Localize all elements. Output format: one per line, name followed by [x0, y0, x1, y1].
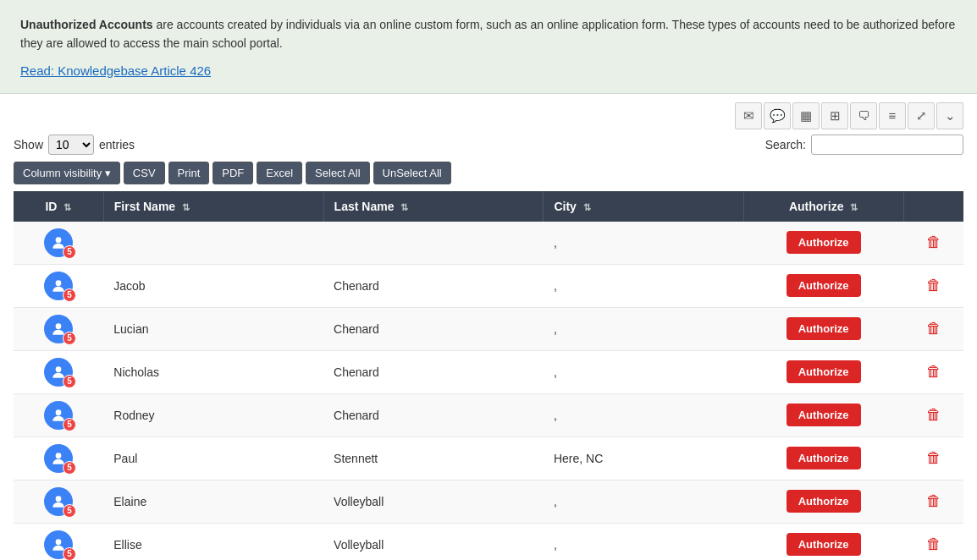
- cell-authorize: Authorize: [743, 222, 903, 265]
- table-row: 5 PaulStennettHere, NCAuthorize🗑: [14, 436, 963, 480]
- sort-arrows-lastname: ⇅: [400, 202, 408, 212]
- cell-firstname: Elaine: [103, 480, 323, 523]
- cell-lastname: Chenard: [323, 264, 544, 307]
- authorize-button[interactable]: Authorize: [787, 360, 861, 383]
- svg-point-3: [56, 366, 62, 372]
- cell-city: ,: [544, 350, 743, 393]
- cell-authorize: Authorize: [743, 307, 903, 350]
- delete-button[interactable]: 🗑: [919, 532, 948, 557]
- column-visibility-button[interactable]: Column visibility ▾: [14, 162, 120, 184]
- cell-id: 5: [14, 436, 103, 480]
- accounts-table: ID ⇅ First Name ⇅ Last Name ⇅ City ⇅ Aut…: [14, 191, 963, 560]
- list-icon-btn[interactable]: ≡: [879, 102, 906, 129]
- cell-authorize: Authorize: [743, 264, 903, 307]
- info-banner: Unauthorized Accounts are accounts creat…: [0, 0, 977, 94]
- cell-id: 5: [14, 393, 103, 436]
- delete-button[interactable]: 🗑: [919, 446, 948, 470]
- col-header-lastname[interactable]: Last Name ⇅: [323, 191, 544, 222]
- select-all-button[interactable]: Select All: [306, 162, 369, 184]
- entries-select[interactable]: 10 25 50 100: [48, 135, 94, 155]
- avatar: 5: [44, 272, 73, 300]
- authorize-button[interactable]: Authorize: [787, 447, 861, 469]
- cell-lastname: Volleyball: [323, 523, 544, 560]
- avatar-badge: 5: [63, 547, 76, 560]
- cell-id: 5: [14, 523, 103, 560]
- avatar: 5: [44, 487, 73, 516]
- cell-firstname: [103, 222, 323, 265]
- authorize-button[interactable]: Authorize: [787, 231, 861, 254]
- cell-authorize: Authorize: [743, 523, 903, 560]
- email-icon-btn[interactable]: ✉: [735, 102, 762, 129]
- comment-icon-btn[interactable]: 🗨: [850, 102, 877, 129]
- sort-arrows-firstname: ⇅: [182, 202, 190, 212]
- col-header-authorize[interactable]: Authorize ⇅: [743, 191, 903, 222]
- svg-point-4: [56, 409, 62, 415]
- expand-icon-btn[interactable]: ⌄: [936, 102, 963, 129]
- avatar-badge: 5: [63, 418, 76, 431]
- col-header-id[interactable]: ID ⇅: [14, 191, 103, 222]
- share-icon-btn[interactable]: ⤢: [908, 102, 935, 129]
- svg-point-1: [56, 280, 62, 286]
- grid-icon-btn[interactable]: ⊞: [821, 102, 848, 129]
- csv-button[interactable]: CSV: [124, 162, 165, 184]
- avatar-badge: 5: [63, 288, 76, 302]
- print-button[interactable]: Print: [168, 162, 210, 184]
- delete-button[interactable]: 🗑: [919, 360, 948, 384]
- authorize-button[interactable]: Authorize: [787, 533, 861, 556]
- delete-button[interactable]: 🗑: [919, 316, 948, 341]
- cell-firstname: Lucian: [103, 307, 323, 350]
- pdf-button[interactable]: PDF: [213, 162, 253, 184]
- delete-button[interactable]: 🗑: [919, 230, 948, 255]
- unselect-all-button[interactable]: UnSelect All: [373, 162, 451, 184]
- cell-id: 5: [14, 350, 103, 393]
- table-row: 5 ElliseVolleyball,Authorize🗑: [14, 523, 963, 560]
- delete-button[interactable]: 🗑: [919, 489, 948, 513]
- search-row: Search:: [765, 135, 963, 155]
- delete-button[interactable]: 🗑: [919, 273, 948, 298]
- cell-city: ,: [544, 480, 743, 523]
- authorize-button[interactable]: Authorize: [787, 404, 861, 426]
- svg-point-6: [56, 496, 62, 502]
- sort-arrows-city: ⇅: [583, 202, 591, 212]
- table-row: 5 ElaineVolleyball,Authorize🗑: [14, 480, 963, 523]
- trash-icon: 🗑: [926, 449, 941, 466]
- avatar-badge: 5: [63, 332, 76, 345]
- knowledgebase-link[interactable]: Read: Knowledgebase Article 426: [20, 63, 211, 78]
- cell-id: 5: [14, 264, 103, 307]
- cell-id: 5: [14, 307, 103, 350]
- cell-delete: 🗑: [903, 523, 963, 560]
- avatar: 5: [44, 401, 73, 430]
- cell-delete: 🗑: [903, 264, 963, 307]
- authorize-button[interactable]: Authorize: [787, 490, 861, 513]
- avatar: 5: [44, 444, 73, 473]
- cell-authorize: Authorize: [743, 436, 903, 480]
- trash-icon: 🗑: [926, 320, 941, 337]
- avatar: 5: [44, 228, 73, 257]
- col-header-city[interactable]: City ⇅: [544, 191, 743, 222]
- authorize-button[interactable]: Authorize: [787, 317, 861, 340]
- svg-point-0: [56, 237, 62, 243]
- cell-lastname: [323, 222, 544, 265]
- delete-button[interactable]: 🗑: [919, 403, 948, 427]
- btn-row: Column visibility ▾ CSV Print PDF Excel …: [14, 162, 963, 184]
- avatar: 5: [44, 315, 73, 343]
- cell-lastname: Chenard: [323, 350, 544, 393]
- col-header-action: [903, 191, 963, 222]
- avatar-badge: 5: [63, 504, 76, 518]
- table-icon-btn[interactable]: ▦: [792, 102, 820, 129]
- trash-icon: 🗑: [926, 406, 941, 423]
- chat-icon-btn[interactable]: 💬: [764, 102, 791, 129]
- svg-point-7: [56, 539, 62, 545]
- excel-button[interactable]: Excel: [257, 162, 302, 184]
- icon-toolbar: ✉ 💬 ▦ ⊞ 🗨 ≡ ⤢ ⌄: [735, 102, 963, 129]
- col-header-firstname[interactable]: First Name ⇅: [103, 191, 323, 222]
- cell-lastname: Chenard: [323, 307, 544, 350]
- search-input[interactable]: [811, 135, 963, 155]
- trash-icon: 🗑: [926, 233, 941, 250]
- cell-city: ,: [544, 393, 743, 436]
- show-entries: Show 10 25 50 100 entries: [14, 135, 135, 155]
- cell-authorize: Authorize: [743, 480, 903, 523]
- cell-firstname: Jacob: [103, 264, 323, 307]
- authorize-button[interactable]: Authorize: [787, 274, 861, 297]
- table-section: ✉ 💬 ▦ ⊞ 🗨 ≡ ⤢ ⌄ Show 10 25 50 100 ent: [0, 94, 977, 560]
